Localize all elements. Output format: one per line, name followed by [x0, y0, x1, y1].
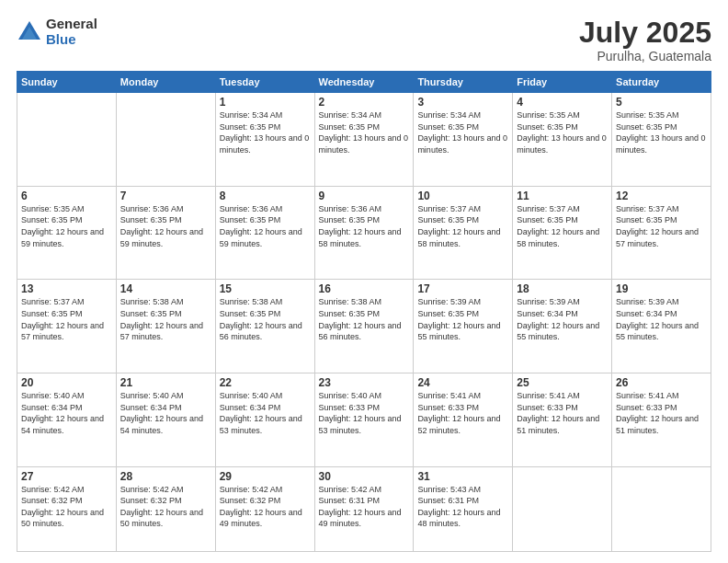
day-detail: Sunrise: 5:39 AM Sunset: 6:34 PM Dayligh… [517, 296, 608, 342]
weekday-header-row: Sunday Monday Tuesday Wednesday Thursday… [17, 72, 711, 93]
day-number: 10 [417, 190, 508, 202]
calendar-cell: 16Sunrise: 5:38 AM Sunset: 6:35 PM Dayli… [314, 280, 414, 373]
day-detail: Sunrise: 5:36 AM Sunset: 6:35 PM Dayligh… [319, 203, 410, 249]
day-number: 1 [220, 96, 311, 109]
calendar-cell: 14Sunrise: 5:38 AM Sunset: 6:35 PM Dayli… [116, 280, 215, 373]
day-number: 26 [616, 376, 707, 389]
day-detail: Sunrise: 5:37 AM Sunset: 6:35 PM Dayligh… [616, 203, 707, 249]
day-detail: Sunrise: 5:38 AM Sunset: 6:35 PM Dayligh… [220, 296, 311, 342]
calendar-cell: 9Sunrise: 5:36 AM Sunset: 6:35 PM Daylig… [314, 186, 414, 280]
calendar-cell: 22Sunrise: 5:40 AM Sunset: 6:34 PM Dayli… [215, 373, 314, 467]
day-detail: Sunrise: 5:35 AM Sunset: 6:35 PM Dayligh… [616, 109, 707, 155]
calendar-week-row: 20Sunrise: 5:40 AM Sunset: 6:34 PM Dayli… [17, 373, 711, 467]
header-friday: Friday [513, 72, 612, 93]
day-number: 20 [21, 376, 112, 389]
calendar-cell: 6Sunrise: 5:35 AM Sunset: 6:35 PM Daylig… [17, 186, 117, 280]
calendar-cell: 12Sunrise: 5:37 AM Sunset: 6:35 PM Dayli… [612, 186, 711, 280]
calendar-week-row: 27Sunrise: 5:42 AM Sunset: 6:32 PM Dayli… [17, 466, 711, 551]
logo-blue-text: Blue [46, 32, 97, 48]
day-number: 27 [21, 470, 112, 483]
calendar-cell [116, 93, 215, 187]
calendar-cell: 15Sunrise: 5:38 AM Sunset: 6:35 PM Dayli… [215, 280, 314, 373]
calendar-cell: 13Sunrise: 5:37 AM Sunset: 6:35 PM Dayli… [17, 280, 117, 373]
day-number: 30 [319, 470, 410, 483]
calendar-cell [17, 93, 117, 187]
day-detail: Sunrise: 5:41 AM Sunset: 6:33 PM Dayligh… [417, 390, 508, 436]
calendar-cell: 31Sunrise: 5:43 AM Sunset: 6:31 PM Dayli… [414, 466, 513, 551]
calendar-cell: 17Sunrise: 5:39 AM Sunset: 6:35 PM Dayli… [414, 280, 513, 373]
logo: General Blue [17, 17, 97, 47]
day-number: 15 [220, 282, 311, 295]
calendar-cell: 11Sunrise: 5:37 AM Sunset: 6:35 PM Dayli… [513, 186, 612, 280]
day-detail: Sunrise: 5:40 AM Sunset: 6:34 PM Dayligh… [120, 390, 211, 436]
calendar-cell: 1Sunrise: 5:34 AM Sunset: 6:35 PM Daylig… [215, 93, 314, 187]
header-saturday: Saturday [612, 72, 711, 93]
day-detail: Sunrise: 5:42 AM Sunset: 6:31 PM Dayligh… [319, 484, 410, 530]
day-number: 12 [616, 190, 707, 202]
day-detail: Sunrise: 5:37 AM Sunset: 6:35 PM Dayligh… [417, 203, 508, 249]
day-detail: Sunrise: 5:41 AM Sunset: 6:33 PM Dayligh… [616, 390, 707, 436]
day-number: 16 [319, 282, 410, 295]
calendar-cell: 25Sunrise: 5:41 AM Sunset: 6:33 PM Dayli… [513, 373, 612, 467]
logo-general-text: General [46, 17, 97, 32]
calendar-cell: 8Sunrise: 5:36 AM Sunset: 6:35 PM Daylig… [215, 186, 314, 280]
calendar-cell [513, 466, 612, 551]
calendar-cell [612, 466, 711, 551]
day-detail: Sunrise: 5:39 AM Sunset: 6:35 PM Dayligh… [417, 296, 508, 342]
day-detail: Sunrise: 5:37 AM Sunset: 6:35 PM Dayligh… [517, 203, 608, 249]
day-detail: Sunrise: 5:35 AM Sunset: 6:35 PM Dayligh… [21, 203, 112, 249]
day-number: 23 [319, 376, 410, 389]
calendar-cell: 2Sunrise: 5:34 AM Sunset: 6:35 PM Daylig… [314, 93, 414, 187]
day-number: 5 [616, 96, 707, 109]
day-detail: Sunrise: 5:38 AM Sunset: 6:35 PM Dayligh… [319, 296, 410, 342]
calendar-cell: 27Sunrise: 5:42 AM Sunset: 6:32 PM Dayli… [17, 466, 117, 551]
day-detail: Sunrise: 5:37 AM Sunset: 6:35 PM Dayligh… [21, 296, 112, 342]
day-number: 19 [616, 282, 707, 295]
day-detail: Sunrise: 5:40 AM Sunset: 6:34 PM Dayligh… [21, 390, 112, 436]
calendar-week-row: 6Sunrise: 5:35 AM Sunset: 6:35 PM Daylig… [17, 186, 711, 280]
calendar-cell: 30Sunrise: 5:42 AM Sunset: 6:31 PM Dayli… [314, 466, 414, 551]
day-detail: Sunrise: 5:39 AM Sunset: 6:34 PM Dayligh… [616, 296, 707, 342]
day-detail: Sunrise: 5:34 AM Sunset: 6:35 PM Dayligh… [417, 109, 508, 155]
calendar-cell: 10Sunrise: 5:37 AM Sunset: 6:35 PM Dayli… [414, 186, 513, 280]
calendar-cell: 20Sunrise: 5:40 AM Sunset: 6:34 PM Dayli… [17, 373, 117, 467]
calendar-cell: 29Sunrise: 5:42 AM Sunset: 6:32 PM Dayli… [215, 466, 314, 551]
calendar-cell: 24Sunrise: 5:41 AM Sunset: 6:33 PM Dayli… [414, 373, 513, 467]
day-number: 8 [220, 190, 311, 202]
calendar-week-row: 1Sunrise: 5:34 AM Sunset: 6:35 PM Daylig… [17, 93, 711, 187]
calendar-cell: 7Sunrise: 5:36 AM Sunset: 6:35 PM Daylig… [116, 186, 215, 280]
header-sunday: Sunday [17, 72, 117, 93]
calendar-table: Sunday Monday Tuesday Wednesday Thursday… [17, 71, 711, 552]
logo-text: General Blue [46, 17, 97, 47]
location: Purulha, Guatemala [579, 49, 711, 63]
day-detail: Sunrise: 5:40 AM Sunset: 6:33 PM Dayligh… [319, 390, 410, 436]
calendar-cell: 18Sunrise: 5:39 AM Sunset: 6:34 PM Dayli… [513, 280, 612, 373]
header-thursday: Thursday [414, 72, 513, 93]
day-number: 24 [417, 376, 508, 389]
day-detail: Sunrise: 5:35 AM Sunset: 6:35 PM Dayligh… [517, 109, 608, 155]
day-detail: Sunrise: 5:42 AM Sunset: 6:32 PM Dayligh… [220, 484, 311, 530]
day-detail: Sunrise: 5:34 AM Sunset: 6:35 PM Dayligh… [220, 109, 311, 155]
calendar-cell: 3Sunrise: 5:34 AM Sunset: 6:35 PM Daylig… [414, 93, 513, 187]
day-number: 3 [417, 96, 508, 109]
logo-icon [17, 19, 42, 45]
header-wednesday: Wednesday [314, 72, 414, 93]
day-number: 31 [417, 470, 508, 483]
day-number: 18 [517, 282, 608, 295]
day-detail: Sunrise: 5:36 AM Sunset: 6:35 PM Dayligh… [120, 203, 211, 249]
day-detail: Sunrise: 5:34 AM Sunset: 6:35 PM Dayligh… [319, 109, 410, 155]
day-number: 28 [120, 470, 211, 483]
header-tuesday: Tuesday [215, 72, 314, 93]
day-detail: Sunrise: 5:43 AM Sunset: 6:31 PM Dayligh… [417, 484, 508, 530]
calendar-cell: 26Sunrise: 5:41 AM Sunset: 6:33 PM Dayli… [612, 373, 711, 467]
calendar-cell: 19Sunrise: 5:39 AM Sunset: 6:34 PM Dayli… [612, 280, 711, 373]
day-number: 4 [517, 96, 608, 109]
day-number: 21 [120, 376, 211, 389]
day-number: 6 [21, 190, 112, 202]
day-number: 14 [120, 282, 211, 295]
day-number: 2 [319, 96, 410, 109]
header-monday: Monday [116, 72, 215, 93]
calendar-page: General Blue July 2025 Purulha, Guatemal… [0, 0, 728, 563]
day-number: 17 [417, 282, 508, 295]
day-number: 29 [220, 470, 311, 483]
